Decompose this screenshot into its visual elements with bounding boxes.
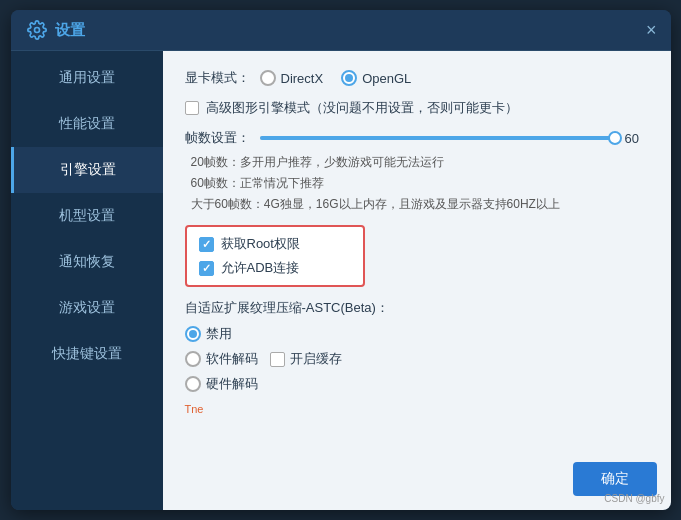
fps-label: 帧数设置： xyxy=(185,129,250,147)
root-adb-section: 获取Root权限 允许ADB连接 xyxy=(185,225,365,287)
fps-note-60: 60帧数：正常情况下推荐 xyxy=(191,174,649,192)
fps-note-20: 20帧数：多开用户推荐，少数游戏可能无法运行 xyxy=(191,153,649,171)
content-area: 显卡模式： DirectX OpenGL 高级图形引擎模式（没问题不用设置，否则… xyxy=(163,51,671,510)
sidebar-item-performance[interactable]: 性能设置 xyxy=(11,101,163,147)
sidebar-item-shortcut[interactable]: 快捷键设置 xyxy=(11,331,163,377)
bottom-bar: 确定 xyxy=(573,462,657,496)
svg-point-0 xyxy=(34,28,39,33)
hardware-decode-label: 硬件解码 xyxy=(206,375,258,393)
title-bar: 设置 × xyxy=(11,10,671,51)
sidebar-item-model[interactable]: 机型设置 xyxy=(11,193,163,239)
astc-label: 自适应扩展纹理压缩-ASTC(Beta)： xyxy=(185,299,649,317)
watermark: CSDN @gbfy xyxy=(604,493,664,504)
astc-software-row: 软件解码 开启缓存 xyxy=(185,350,649,368)
sidebar-item-general[interactable]: 通用设置 xyxy=(11,55,163,101)
graphics-mode-radio-group: DirectX OpenGL xyxy=(260,70,412,86)
astc-hardware-row: 硬件解码 xyxy=(185,375,649,393)
directx-radio[interactable]: DirectX xyxy=(260,70,324,86)
sidebar: 通用设置 性能设置 引擎设置 机型设置 通知恢复 游戏设置 快捷键设置 xyxy=(11,51,163,510)
adb-label: 允许ADB连接 xyxy=(221,259,300,277)
astc-hardware-radio-circle xyxy=(185,376,201,392)
sidebar-item-notification[interactable]: 通知恢复 xyxy=(11,239,163,285)
astc-hardware-radio[interactable]: 硬件解码 xyxy=(185,375,258,393)
adb-checkbox-item[interactable]: 允许ADB连接 xyxy=(199,259,351,277)
root-checkbox-item[interactable]: 获取Root权限 xyxy=(199,235,351,253)
fps-slider-row: 帧数设置： 60 xyxy=(185,129,649,147)
astc-disable-radio[interactable]: 禁用 xyxy=(185,325,232,343)
main-content: 通用设置 性能设置 引擎设置 机型设置 通知恢复 游戏设置 快捷键设置 显卡模式… xyxy=(11,51,671,510)
dialog-title: 设置 xyxy=(55,21,85,40)
root-checkbox xyxy=(199,237,214,252)
close-button[interactable]: × xyxy=(646,21,657,39)
footer-note: Tne xyxy=(185,403,649,415)
disable-label: 禁用 xyxy=(206,325,232,343)
sidebar-item-engine[interactable]: 引擎设置 xyxy=(11,147,163,193)
adb-checkbox xyxy=(199,261,214,276)
graphics-mode-row: 显卡模式： DirectX OpenGL xyxy=(185,69,649,87)
directx-radio-circle xyxy=(260,70,276,86)
astc-disable-radio-circle xyxy=(185,326,201,342)
sidebar-item-game[interactable]: 游戏设置 xyxy=(11,285,163,331)
cache-label: 开启缓存 xyxy=(290,350,342,368)
astc-section: 自适应扩展纹理压缩-ASTC(Beta)： 禁用 软件解码 xyxy=(185,299,649,393)
fps-slider[interactable] xyxy=(260,136,615,140)
advanced-engine-row: 高级图形引擎模式（没问题不用设置，否则可能更卡） xyxy=(185,99,649,117)
advanced-engine-label: 高级图形引擎模式（没问题不用设置，否则可能更卡） xyxy=(206,99,518,117)
astc-software-radio[interactable]: 软件解码 xyxy=(185,350,258,368)
opengl-radio-circle xyxy=(341,70,357,86)
software-decode-label: 软件解码 xyxy=(206,350,258,368)
settings-icon xyxy=(27,20,47,40)
fps-slider-thumb xyxy=(608,131,622,145)
opengl-radio[interactable]: OpenGL xyxy=(341,70,411,86)
confirm-button[interactable]: 确定 xyxy=(573,462,657,496)
fps-note-60plus: 大于60帧数：4G独显，16G以上内存，且游戏及显示器支持60HZ以上 xyxy=(191,195,649,213)
astc-software-radio-circle xyxy=(185,351,201,367)
graphics-mode-label: 显卡模式： xyxy=(185,69,250,87)
fps-value: 60 xyxy=(625,131,649,146)
settings-dialog: 设置 × 通用设置 性能设置 引擎设置 机型设置 通知恢复 游戏设置 快捷键设置… xyxy=(11,10,671,510)
fps-notes: 20帧数：多开用户推荐，少数游戏可能无法运行 60帧数：正常情况下推荐 大于60… xyxy=(185,153,649,213)
fps-slider-fill xyxy=(260,136,615,140)
cache-checkbox xyxy=(270,352,285,367)
astc-disable-row: 禁用 xyxy=(185,325,649,343)
cache-checkbox-item[interactable]: 开启缓存 xyxy=(270,350,342,368)
root-label: 获取Root权限 xyxy=(221,235,300,253)
directx-label: DirectX xyxy=(281,71,324,86)
opengl-label: OpenGL xyxy=(362,71,411,86)
advanced-engine-checkbox[interactable] xyxy=(185,101,199,115)
